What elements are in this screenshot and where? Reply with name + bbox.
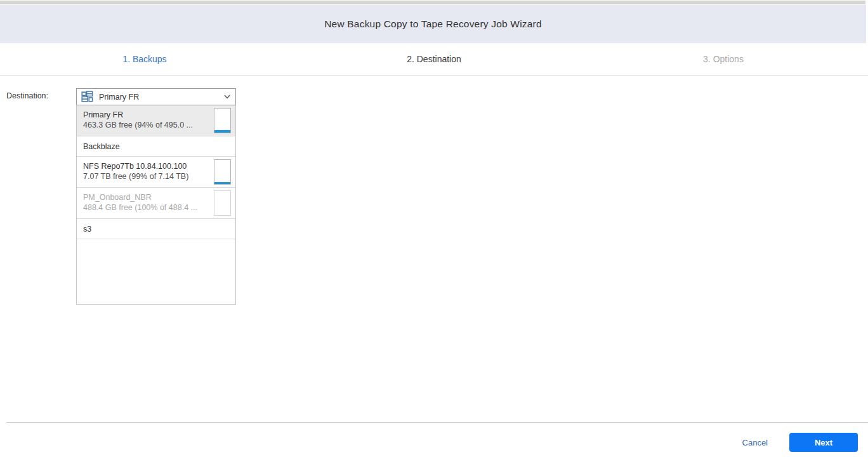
destination-select-value: Primary FR bbox=[99, 93, 224, 102]
wizard-footer: Cancel Next bbox=[0, 423, 868, 462]
step-backups[interactable]: 1. Backups bbox=[0, 43, 289, 75]
wizard-steps-bar: 1. Backups 2. Destination 3. Options bbox=[0, 43, 868, 76]
cancel-button[interactable]: Cancel bbox=[742, 438, 768, 447]
destination-dropdown-list: Primary FR 463.3 GB free (94% of 495.0 .… bbox=[76, 105, 236, 305]
repo-free-space: 7.07 TB free (99% of 7.14 TB) bbox=[83, 171, 207, 182]
chevron-down-icon bbox=[224, 95, 230, 99]
list-item-s3[interactable]: s3 bbox=[77, 219, 235, 239]
list-item-primary-fr[interactable]: Primary FR 463.3 GB free (94% of 495.0 .… bbox=[77, 105, 235, 136]
horizontal-scrollbar[interactable] bbox=[0, 1, 865, 4]
wizard-header: New Backup Copy to Tape Recovery Job Wiz… bbox=[0, 4, 866, 43]
repo-name: s3 bbox=[83, 223, 207, 234]
next-button[interactable]: Next bbox=[789, 433, 858, 452]
repo-free-space: 488.4 GB free (100% of 488.4 ... bbox=[83, 202, 207, 213]
step-destination[interactable]: 2. Destination bbox=[289, 43, 579, 75]
repository-icon bbox=[81, 91, 93, 103]
list-item-pm-onboard-nbr: PM_Onboard_NBR 488.4 GB free (100% of 48… bbox=[77, 188, 235, 219]
repo-name: Backblaze bbox=[83, 140, 207, 152]
capacity-gauge bbox=[214, 108, 231, 133]
list-item-nfs-repo7tb[interactable]: NFS Repo7Tb 10.84.100.100 7.07 TB free (… bbox=[77, 157, 235, 188]
destination-select[interactable]: Primary FR bbox=[76, 88, 236, 105]
destination-label: Destination: bbox=[6, 91, 48, 100]
repo-name: PM_Onboard_NBR bbox=[83, 192, 207, 202]
repo-name: Primary FR bbox=[83, 110, 207, 120]
wizard-window: New Backup Copy to Tape Recovery Job Wiz… bbox=[0, 0, 868, 462]
step-options: 3. Options bbox=[579, 43, 868, 75]
repo-free-space: 463.3 GB free (94% of 495.0 ... bbox=[83, 120, 207, 130]
repo-name: NFS Repo7Tb 10.84.100.100 bbox=[83, 161, 207, 171]
wizard-title: New Backup Copy to Tape Recovery Job Wiz… bbox=[324, 18, 542, 30]
list-item-backblaze[interactable]: Backblaze bbox=[77, 136, 235, 157]
capacity-gauge bbox=[214, 190, 231, 216]
capacity-gauge bbox=[214, 159, 231, 185]
